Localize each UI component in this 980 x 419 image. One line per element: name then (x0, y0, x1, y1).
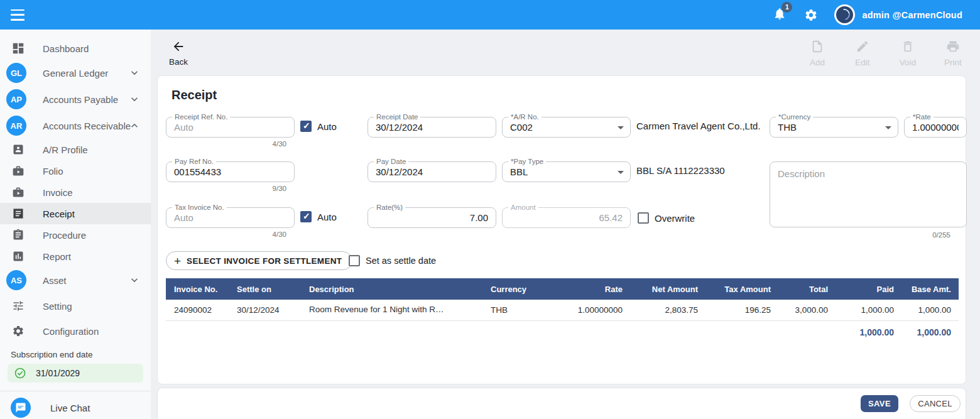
save-button[interactable]: SAVE (861, 395, 898, 412)
main-area: Back Add Edit Void Print Receipt Receipt… (151, 30, 980, 419)
arrow-left-icon (172, 40, 185, 53)
back-button[interactable]: Back (163, 40, 193, 67)
col-net-amount: Net Amount (623, 285, 698, 294)
pay-type-info-text: BBL S/A 1112223330 (636, 165, 725, 176)
sidebar-item-label: Accounts Payable (43, 94, 118, 105)
brand-logo-icon (836, 6, 853, 23)
tax-invoice-auto-checkbox[interactable] (300, 211, 312, 222)
add-document-icon (810, 40, 824, 53)
settlement-table: Invoice No. Settle on Description Curren… (166, 278, 959, 344)
trash-icon (901, 40, 915, 53)
sidebar-item-label: Accounts Receivable (43, 121, 131, 131)
pay-date-label: Pay Date (374, 158, 408, 165)
sidebar-item-label: Configuration (43, 326, 99, 337)
sidebar-item-label: Receipt (43, 209, 75, 219)
subscription-label: Subscription end date (0, 350, 151, 359)
sidebar-item-accounts-payable[interactable]: AP Accounts Payable (0, 86, 151, 112)
overwrite-checkbox[interactable] (638, 212, 649, 224)
sidebar-item-invoice[interactable]: Invoice (0, 182, 151, 203)
receipt-ref-auto-checkbox[interactable] (300, 121, 312, 132)
receipt-ref-label: Receipt Ref. No. (172, 113, 230, 121)
sidebar-item-general-ledger[interactable]: GL General Ledger (0, 60, 151, 86)
page-title: Receipt (172, 88, 217, 102)
footer-action-bar: SAVE CANCEL (157, 388, 966, 419)
cancel-button[interactable]: CANCEL (910, 395, 961, 412)
sidebar-item-folio[interactable]: Folio (0, 160, 151, 182)
sidebar-item-label: A/R Profile (43, 144, 88, 155)
sidebar-item-ar-profile[interactable]: A/R Profile (0, 139, 151, 160)
sidebar-item-asset[interactable]: AS Asset (0, 267, 151, 293)
pay-type-label: *Pay Type (508, 158, 546, 165)
vat-rate-label: Rate(%) (374, 204, 405, 211)
overwrite-label: Overwrite (655, 213, 695, 224)
table-totals-row: 1,000.00 1,000.00 (166, 321, 959, 344)
subscription-date-pill: 31/01/2029 (8, 364, 143, 383)
sidebar-item-label: General Ledger (43, 68, 108, 79)
ar-name-text: Carmen Travel Agent Co.,Ltd. (636, 121, 761, 131)
record-toolbar: Add Edit Void Print (802, 40, 968, 67)
sliders-icon (11, 300, 26, 312)
cell-tax-amount: 196.25 (698, 305, 771, 315)
receipt-ref-counter: 4/30 (166, 140, 295, 148)
settle-date-label: Set as settle date (366, 256, 436, 266)
description-textarea[interactable] (770, 162, 966, 227)
report-icon (11, 250, 26, 263)
col-base-amt: Base Amt. (894, 285, 959, 294)
chevron-down-icon (128, 93, 141, 106)
cell-rate: 1.00000000 (560, 305, 623, 315)
sidebar: Dashboard GL General Ledger AP Accounts … (0, 30, 151, 419)
cell-description: Room Revenue for 1 Night with R… (309, 305, 491, 316)
add-label: Add (802, 58, 832, 67)
table-header-row: Invoice No. Settle on Description Curren… (166, 278, 959, 300)
sidebar-item-report[interactable]: Report (0, 246, 151, 267)
user-name: admin @CarmenCloud (862, 10, 962, 20)
live-chat-label: Live Chat (50, 403, 90, 413)
sidebar-item-accounts-receivable[interactable]: AR Accounts Receivable (0, 112, 151, 139)
receipt-card: Receipt Receipt Ref. No. 4/30 Auto Recei… (157, 75, 966, 384)
col-currency: Currency (491, 285, 560, 294)
sidebar-item-label: Setting (43, 301, 72, 312)
table-row[interactable]: 24090002 30/12/2024 Room Revenue for 1 N… (166, 300, 959, 321)
ar-no-field: *A/R No. (502, 117, 631, 138)
select-invoice-button[interactable]: + SELECT INVOICE FOR SETTLEMENT (166, 251, 352, 270)
sidebar-item-procedure[interactable]: Procedure (0, 224, 151, 246)
live-chat-button[interactable]: Live Chat (0, 391, 151, 419)
settings-icon[interactable] (804, 8, 818, 22)
amount-label: Amount (508, 204, 538, 211)
amount-field: Amount (502, 207, 631, 228)
receipt-date-field: Receipt Date (368, 117, 496, 138)
ar-avatar: AR (6, 116, 26, 136)
add-button[interactable]: Add (802, 40, 832, 67)
currency-field: *Currency (770, 117, 898, 138)
back-label: Back (163, 57, 193, 67)
notification-badge: 1 (781, 2, 792, 13)
cell-currency: THB (491, 305, 560, 315)
sidebar-item-setting[interactable]: Setting (0, 293, 151, 318)
sidebar-item-label: Dashboard (43, 43, 89, 54)
tax-invoice-counter: 4/30 (166, 231, 295, 238)
gear-icon (11, 325, 26, 337)
total-paid: 1,000.00 (828, 327, 894, 337)
tax-invoice-field: Tax Invoice No. (166, 207, 295, 228)
sidebar-item-receipt[interactable]: Receipt (0, 203, 151, 224)
cell-base-amt: 1,000.00 (894, 305, 959, 315)
rate-field: *Rate (904, 117, 967, 138)
tax-invoice-label: Tax Invoice No. (172, 204, 227, 211)
print-button[interactable]: Print (938, 40, 968, 67)
void-button[interactable]: Void (893, 40, 923, 67)
avatar[interactable] (834, 4, 855, 25)
sidebar-item-dashboard[interactable]: Dashboard (0, 37, 151, 60)
sidebar-item-configuration[interactable]: Configuration (0, 318, 151, 344)
rate-label: *Rate (910, 113, 934, 121)
edit-button[interactable]: Edit (847, 40, 878, 67)
top-bar: 1 admin @CarmenCloud (0, 0, 980, 30)
cell-settle-on: 30/12/2024 (237, 305, 309, 315)
menu-icon[interactable] (11, 9, 24, 21)
topbar-right: 1 admin @CarmenCloud (773, 4, 980, 25)
dashboard-icon (11, 41, 26, 55)
procedure-icon (11, 229, 26, 241)
receipt-icon (11, 207, 26, 220)
notifications-button[interactable]: 1 (773, 7, 787, 23)
folio-icon (11, 165, 26, 177)
settle-date-checkbox[interactable] (349, 255, 360, 266)
